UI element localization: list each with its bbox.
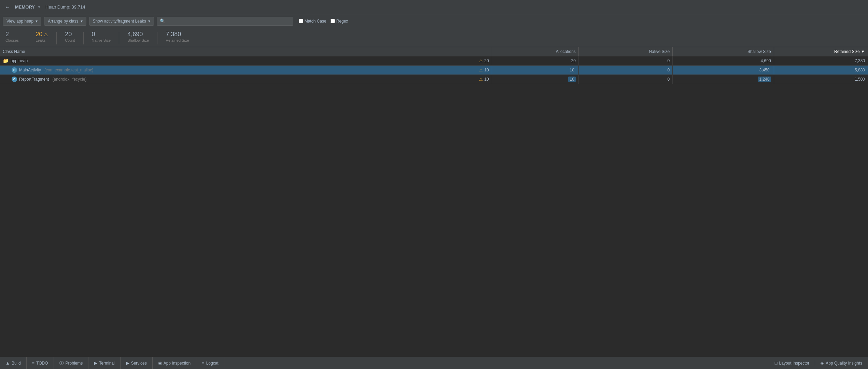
tab-app-quality[interactable]: ◈ App Quality Insights: [815, 360, 868, 366]
tab-terminal-label: Terminal: [99, 361, 114, 366]
back-button[interactable]: ←: [3, 3, 12, 11]
shallow-value: 1,240: [758, 77, 771, 82]
tab-services[interactable]: ▶ Services: [121, 357, 153, 369]
regex-input[interactable]: [331, 19, 335, 23]
tab-terminal[interactable]: ▶ Terminal: [88, 357, 120, 369]
count-label: Count: [65, 38, 75, 42]
app-quality-icon: ◈: [821, 360, 824, 366]
table-row[interactable]: 📁app heap⚠202004,6907,380: [0, 56, 868, 66]
heap-table-container: Class Name Allocations Native Size Shall…: [0, 47, 868, 357]
heap-table: Class Name Allocations Native Size Shall…: [0, 47, 868, 84]
problems-icon: ⓘ: [59, 360, 64, 366]
cell-shallow: 4,690: [673, 56, 774, 66]
col-header-allocations[interactable]: Allocations: [492, 47, 578, 56]
warning-icon: ⚠: [479, 77, 483, 82]
col-header-classname[interactable]: Class Name: [0, 47, 492, 56]
stat-sep-4: [119, 32, 119, 44]
stat-sep-1: [27, 32, 27, 44]
tab-app-quality-label: App Quality Insights: [826, 361, 862, 366]
tab-layout-inspector-label: Layout Inspector: [779, 361, 810, 366]
tab-logcat-label: Logcat: [206, 361, 219, 366]
build-icon: ▲: [5, 360, 10, 366]
col-header-native[interactable]: Native Size: [578, 47, 672, 56]
col-header-shallow[interactable]: Shallow Size: [673, 47, 774, 56]
match-case-label: Match Case: [305, 19, 326, 24]
alloc-value: 10: [568, 77, 575, 82]
folder-icon: 📁: [3, 58, 9, 64]
match-case-input[interactable]: [299, 19, 303, 23]
arrange-by-label: Arrange by class: [48, 19, 78, 24]
arrange-by-arrow-icon: ▾: [81, 19, 83, 24]
tab-services-label: Services: [131, 361, 147, 366]
tab-todo-label: TODO: [36, 361, 48, 366]
show-filter-arrow-icon: ▾: [148, 19, 150, 24]
table-row[interactable]: CReportFragment(androidx.lifecycle)⚠1010…: [0, 75, 868, 84]
heap-dump-label: Heap Dump: 39.714: [45, 4, 85, 10]
class-icon: C: [12, 67, 17, 73]
cell-retained: 7,380: [774, 56, 868, 66]
tab-app-inspection-label: App Inspection: [164, 361, 191, 366]
tab-problems[interactable]: ⓘ Problems: [54, 357, 89, 369]
terminal-icon: ▶: [94, 360, 97, 366]
search-input[interactable]: [167, 19, 290, 24]
memory-dropdown-icon[interactable]: ▾: [38, 5, 40, 9]
table-header: Class Name Allocations Native Size Shall…: [0, 47, 868, 56]
regex-checkbox[interactable]: Regex: [331, 19, 348, 24]
cell-allocations: 10: [492, 75, 578, 84]
count-value: 20: [65, 31, 72, 38]
native-value: 0: [92, 31, 95, 38]
cell-classname[interactable]: CMainActivity(com.example.test_malloc)⚠1…: [0, 66, 492, 75]
leaks-label: Leaks: [36, 38, 45, 42]
cell-classname[interactable]: CReportFragment(androidx.lifecycle)⚠10: [0, 75, 492, 84]
stat-retained: 7,380 Retained Size: [166, 31, 189, 42]
app-inspection-icon: ◉: [158, 360, 162, 366]
classes-value: 2: [5, 31, 9, 38]
stat-leaks: 20 ⚠ Leaks: [36, 31, 48, 42]
show-filter-label: Show activity/fragment Leaks: [93, 19, 146, 24]
cell-shallow: 1,240: [673, 75, 774, 84]
warn-count: 20: [484, 58, 489, 63]
stat-sep-5: [157, 32, 157, 44]
logcat-icon: ≡: [202, 360, 205, 366]
tab-layout-inspector[interactable]: □ Layout Inspector: [769, 360, 815, 366]
cell-classname[interactable]: 📁app heap⚠20: [0, 56, 492, 66]
search-box[interactable]: 🔍: [157, 17, 293, 26]
cell-retained: 5,880: [774, 66, 868, 75]
stat-classes: 2 Classes: [5, 31, 19, 42]
match-case-checkbox[interactable]: Match Case: [299, 19, 326, 24]
native-label: Native Size: [92, 38, 111, 42]
top-bar: ← MEMORY ▾ Heap Dump: 39.714: [0, 0, 868, 14]
view-heap-label: View app heap: [6, 19, 33, 24]
show-filter-dropdown[interactable]: Show activity/fragment Leaks ▾: [89, 17, 154, 26]
stat-shallow: 4,690 Shallow Size: [127, 31, 149, 42]
stat-native: 0 Native Size: [92, 31, 111, 42]
stat-sep-3: [83, 32, 84, 44]
warn-cell: ⚠20: [479, 58, 489, 63]
tab-build[interactable]: ▲ Build: [0, 357, 27, 369]
shallow-label: Shallow Size: [127, 38, 149, 42]
arrange-by-dropdown[interactable]: Arrange by class ▾: [44, 17, 86, 26]
warning-icon: ⚠: [479, 58, 483, 63]
tab-logcat[interactable]: ≡ Logcat: [196, 357, 224, 369]
tab-app-inspection[interactable]: ◉ App Inspection: [153, 357, 196, 369]
cell-native: 0: [578, 75, 672, 84]
table-row[interactable]: CMainActivity(com.example.test_malloc)⚠1…: [0, 66, 868, 75]
tab-build-label: Build: [12, 361, 21, 366]
cell-native: 0: [578, 56, 672, 66]
col-header-retained[interactable]: Retained Size ▼: [774, 47, 868, 56]
warn-cell: ⚠10: [479, 77, 489, 82]
regex-label: Regex: [336, 19, 348, 24]
class-package-text: (androidx.lifecycle): [52, 77, 86, 82]
services-icon: ▶: [126, 360, 129, 366]
cell-shallow: 3,450: [673, 66, 774, 75]
class-name-text: app heap: [11, 58, 28, 63]
filter-options: Match Case Regex: [299, 19, 348, 24]
search-icon: 🔍: [160, 18, 165, 24]
leaks-warn-icon: ⚠: [44, 32, 48, 37]
view-heap-dropdown[interactable]: View app heap ▾: [3, 17, 41, 26]
tab-todo[interactable]: ≡ TODO: [27, 357, 54, 369]
warn-count: 10: [484, 77, 489, 82]
warning-icon: ⚠: [479, 68, 483, 72]
bottom-bar-right: □ Layout Inspector ◈ App Quality Insight…: [769, 360, 868, 366]
tab-problems-label: Problems: [66, 361, 83, 366]
